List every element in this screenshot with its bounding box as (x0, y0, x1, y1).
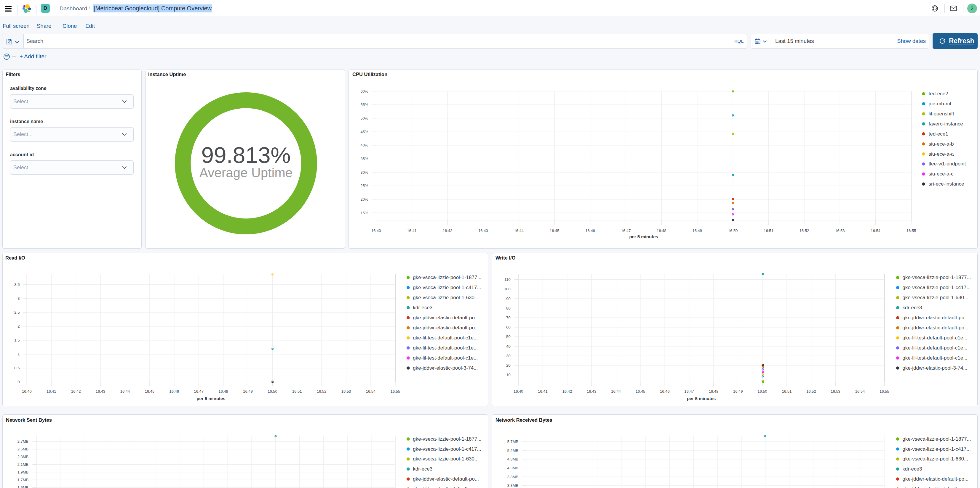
svg-text:16:46: 16:46 (585, 228, 595, 233)
svg-text:gke-vseca-lizzie-pool-1-630...: gke-vseca-lizzie-pool-1-630... (903, 295, 969, 300)
svg-text:gke-jddwr-elastic-default-po..: gke-jddwr-elastic-default-po... (413, 476, 479, 482)
svg-text:45%: 45% (361, 130, 368, 134)
svg-text:16:46: 16:46 (660, 389, 670, 394)
svg-text:35%: 35% (361, 157, 368, 161)
svg-text:joe-mb-ml: joe-mb-ml (928, 101, 951, 106)
svg-text:lil-openshift: lil-openshift (929, 111, 954, 117)
svg-text:ted-ece2: ted-ece2 (929, 91, 948, 97)
svg-text:gke-jddwr-elastic-default-po..: gke-jddwr-elastic-default-po... (903, 325, 969, 331)
svg-text:1: 1 (18, 352, 19, 356)
svg-text:5.7MB: 5.7MB (508, 439, 519, 444)
svg-text:kdr-ece3: kdr-ece3 (413, 305, 432, 311)
svg-text:16:47: 16:47 (621, 228, 631, 233)
svg-text:16:50: 16:50 (267, 389, 277, 394)
svg-text:16:55: 16:55 (907, 228, 916, 233)
svg-text:siu-ece-a-c: siu-ece-a-c (929, 171, 954, 177)
svg-text:16:51: 16:51 (764, 228, 774, 233)
svg-text:16:55: 16:55 (880, 389, 889, 394)
svg-text:16:51: 16:51 (782, 389, 792, 394)
svg-text:99.813%: 99.813% (201, 143, 291, 168)
svg-text:gke-vseca-lizzie-pool-1-c417..: gke-vseca-lizzie-pool-1-c417... (903, 285, 971, 290)
svg-text:gke-lil-test-default-pool-c1e.: gke-lil-test-default-pool-c1e... (903, 335, 967, 341)
svg-text:90: 90 (506, 296, 511, 301)
svg-text:16:53: 16:53 (341, 389, 351, 394)
svg-text:gke-vseca-lizzie-pool-1-1877..: gke-vseca-lizzie-pool-1-1877... (903, 275, 971, 280)
svg-text:50: 50 (506, 334, 511, 339)
svg-text:gke-vseca-lizzie-pool-1-630...: gke-vseca-lizzie-pool-1-630... (903, 456, 969, 462)
svg-text:gke-jddwr-elastic-pool-3-74...: gke-jddwr-elastic-pool-3-74... (413, 365, 478, 371)
svg-text:16:42: 16:42 (562, 389, 572, 394)
svg-text:4.3MB: 4.3MB (508, 466, 519, 470)
svg-text:1.7MB: 1.7MB (18, 478, 29, 482)
svg-text:10: 10 (506, 372, 511, 377)
svg-text:16:41: 16:41 (407, 228, 417, 233)
svg-text:2.7MB: 2.7MB (18, 439, 29, 444)
svg-text:gke-lil-test-default-pool-c1e.: gke-lil-test-default-pool-c1e... (413, 355, 478, 361)
svg-text:30%: 30% (361, 170, 368, 174)
svg-text:2.5: 2.5 (14, 310, 19, 315)
svg-text:70: 70 (506, 315, 511, 320)
svg-text:40: 40 (506, 344, 511, 349)
svg-text:kdr-ece3: kdr-ece3 (903, 305, 922, 311)
svg-text:3.8MB: 3.8MB (508, 475, 519, 479)
svg-text:60%: 60% (361, 89, 368, 93)
svg-text:50%: 50% (361, 116, 368, 120)
svg-text:gke-lil-test-default-pool-c1e.: gke-lil-test-default-pool-c1e... (413, 345, 478, 351)
svg-text:30: 30 (506, 353, 511, 358)
svg-text:110: 110 (504, 277, 511, 282)
svg-text:16:50: 16:50 (758, 389, 767, 394)
svg-text:gke-vseca-lizzie-pool-1-1877..: gke-vseca-lizzie-pool-1-1877... (413, 436, 481, 442)
svg-text:1.5: 1.5 (14, 338, 19, 342)
svg-text:16:45: 16:45 (550, 228, 560, 233)
svg-text:60: 60 (506, 325, 511, 330)
svg-text:1.9MB: 1.9MB (18, 470, 29, 474)
svg-text:16:48: 16:48 (218, 389, 228, 394)
svg-text:40%: 40% (361, 143, 368, 147)
svg-text:16:44: 16:44 (514, 228, 524, 233)
svg-text:100: 100 (504, 287, 511, 291)
svg-text:16:53: 16:53 (835, 228, 845, 233)
svg-text:16:43: 16:43 (96, 389, 105, 394)
svg-text:gke-lil-test-default-pool-c1e.: gke-lil-test-default-pool-c1e... (903, 345, 967, 351)
svg-text:16:49: 16:49 (692, 228, 702, 233)
svg-text:15%: 15% (361, 211, 368, 215)
svg-text:16:47: 16:47 (194, 389, 204, 394)
svg-text:5.2MB: 5.2MB (508, 448, 519, 453)
svg-text:3.5: 3.5 (14, 282, 19, 287)
svg-text:gke-jddwr-elastic-default-po..: gke-jddwr-elastic-default-po... (903, 486, 969, 488)
svg-text:per 5 minutes: per 5 minutes (196, 396, 225, 401)
svg-text:1.5MB: 1.5MB (18, 485, 29, 488)
svg-text:siu-ece-a-b: siu-ece-a-b (929, 141, 954, 147)
svg-text:16:53: 16:53 (831, 389, 841, 394)
svg-text:20: 20 (506, 363, 511, 368)
svg-text:per 5 minutes: per 5 minutes (629, 234, 658, 239)
svg-text:gke-vseca-lizzie-pool-1-c417..: gke-vseca-lizzie-pool-1-c417... (413, 446, 481, 452)
svg-text:gke-jddwr-elastic-default-po..: gke-jddwr-elastic-default-po... (413, 325, 479, 331)
svg-text:16:54: 16:54 (871, 228, 881, 233)
svg-text:0.5: 0.5 (14, 366, 19, 370)
svg-text:16:44: 16:44 (611, 389, 621, 394)
svg-text:16:43: 16:43 (479, 228, 488, 233)
svg-text:16:42: 16:42 (443, 228, 452, 233)
svg-text:16:48: 16:48 (709, 389, 719, 394)
svg-text:16:40: 16:40 (22, 389, 32, 394)
svg-text:4.8MB: 4.8MB (508, 457, 519, 461)
svg-text:siu-ece-a-a: siu-ece-a-a (929, 151, 954, 157)
svg-text:gke-lil-test-default-pool-c1e.: gke-lil-test-default-pool-c1e... (413, 335, 478, 341)
svg-text:25%: 25% (361, 184, 368, 188)
svg-text:16:49: 16:49 (733, 389, 743, 394)
svg-text:55%: 55% (361, 103, 368, 107)
svg-text:16:40: 16:40 (514, 389, 523, 394)
svg-text:gke-vseca-lizzie-pool-1-c417..: gke-vseca-lizzie-pool-1-c417... (413, 285, 481, 290)
svg-text:kdr-ece3: kdr-ece3 (413, 466, 432, 472)
svg-text:gke-jddwr-elastic-default-po..: gke-jddwr-elastic-default-po... (903, 315, 969, 320)
svg-text:kdr-ece3: kdr-ece3 (903, 466, 922, 472)
svg-text:16:47: 16:47 (684, 389, 694, 394)
svg-text:20%: 20% (361, 197, 368, 201)
svg-text:80: 80 (506, 306, 511, 311)
svg-text:3: 3 (18, 296, 19, 301)
svg-text:gke-vseca-lizzie-pool-1-1877..: gke-vseca-lizzie-pool-1-1877... (413, 275, 481, 280)
svg-text:favero-instance: favero-instance (929, 121, 963, 127)
svg-text:tlee-w1-endpoint: tlee-w1-endpoint (929, 161, 966, 166)
svg-text:ted-ece1: ted-ece1 (929, 131, 948, 137)
